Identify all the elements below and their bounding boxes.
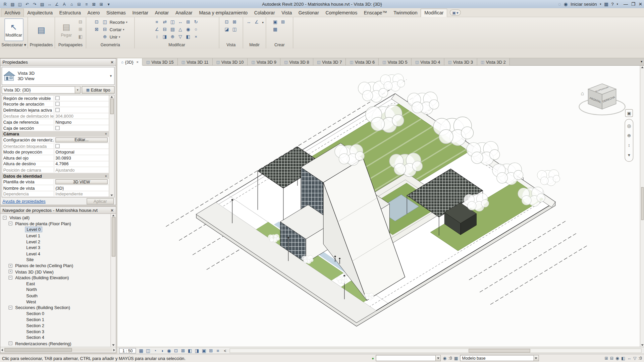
ribbon-tab[interactable]: Modificar <box>421 9 447 17</box>
thin-lines-icon[interactable]: ≡ <box>83 1 90 7</box>
viewport-hscrollbar[interactable] <box>229 348 641 353</box>
view-tab[interactable]: ◫ Vista 3D 2 × <box>477 58 510 65</box>
match-properties-icon[interactable]: ◧ <box>77 33 84 40</box>
tree-expander-icon[interactable]: − <box>9 342 12 345</box>
tree-item[interactable]: + Planos de techo (Ceiling Plan) <box>0 262 116 268</box>
scroll-thumb[interactable] <box>4 348 72 352</box>
ribbon-tab[interactable]: Estructura <box>56 9 84 17</box>
create-assembly-icon[interactable]: ▦ <box>272 26 279 33</box>
measure-dropdown-icon[interactable]: ▾ <box>262 21 264 24</box>
property-checkbox[interactable] <box>55 102 59 106</box>
select-by-face-icon[interactable]: ◧ <box>621 356 625 360</box>
selection-filter-icon[interactable]: ▽ <box>633 356 636 360</box>
print-icon[interactable]: ▤ <box>39 1 46 7</box>
property-value[interactable]: Independiente <box>54 191 109 196</box>
collapse-control-bar[interactable]: < <box>224 348 226 353</box>
displace-elements-icon[interactable]: ◪ <box>223 26 230 33</box>
undo-icon[interactable]: ↶ <box>24 1 31 7</box>
scroll-up-icon[interactable] <box>110 96 113 98</box>
ribbon-tab[interactable]: Analizar <box>172 9 196 17</box>
copy-to-clipboard-icon[interactable]: ⊞ <box>77 26 84 33</box>
text-icon[interactable]: A <box>61 1 68 7</box>
tree-item[interactable]: West <box>0 299 116 305</box>
scroll-down-icon[interactable] <box>112 344 114 346</box>
detail-level-icon[interactable]: ▦ <box>138 348 145 354</box>
view-instance-combo[interactable]: Vista 3D: {3D} ▾ <box>2 86 80 94</box>
tree-item[interactable]: Site <box>0 256 116 262</box>
ribbon-tab[interactable]: Colaborar <box>251 9 278 17</box>
delete-icon[interactable]: × <box>193 33 200 40</box>
scroll-thumb[interactable] <box>111 217 115 257</box>
viewcube-home-icon[interactable]: ⌂ <box>581 90 584 96</box>
navigation-bar[interactable]: ◎ ⊕ ↕ ▾ <box>625 119 633 162</box>
tree-expander-icon[interactable]: − <box>3 216 7 220</box>
property-value[interactable]: Ajustando <box>54 167 109 172</box>
tree-item[interactable]: − Planos de planta (Floor Plan) <box>0 221 116 227</box>
ribbon-state-toggle-icon[interactable]: ▾ <box>457 10 459 14</box>
copy-icon[interactable]: ⊞ <box>184 18 192 25</box>
sign-in-button[interactable]: Iniciar sesión <box>571 2 597 7</box>
property-value[interactable] <box>54 144 109 148</box>
maximize-button[interactable]: ❐ <box>631 1 635 7</box>
create-group-icon[interactable]: ▣ <box>272 18 279 25</box>
ribbon-tab[interactable]: Acero <box>84 9 103 17</box>
combo-arrow-icon[interactable]: ▾ <box>75 86 80 93</box>
property-checkbox[interactable] <box>55 126 59 130</box>
ribbon-tab[interactable]: Gestionar <box>295 9 322 17</box>
zoom-icon[interactable]: ↕ <box>628 143 630 148</box>
tree-item[interactable]: − Secciones (Building Section) <box>0 304 116 310</box>
user-icon[interactable]: ◉ <box>564 1 568 7</box>
view-tab[interactable]: ◫ Vista 3D 9 × <box>248 58 281 65</box>
tree-item[interactable]: Section 3 <box>0 328 116 335</box>
tree-item[interactable]: − Vistas (all) <box>0 215 116 221</box>
property-value[interactable]: Ninguno <box>54 120 109 125</box>
panel-label-medir[interactable]: Medir <box>243 42 266 48</box>
view-cube[interactable]: ⌂ SUPERIOR FRONTAL DERECHA <box>579 84 625 115</box>
scroll-left-icon[interactable] <box>1 349 3 351</box>
select-pinned-icon[interactable]: ◉ <box>615 356 619 360</box>
view-tab[interactable]: ◫ Vista 3D 10 × <box>213 58 248 65</box>
view-scale-button[interactable]: 1 : 50 <box>119 348 136 353</box>
properties-scrollbar[interactable] <box>109 95 114 197</box>
properties-header[interactable]: Propiedades ✕ <box>0 59 116 66</box>
tree-item[interactable]: Section 1 <box>0 316 116 322</box>
view-tab[interactable]: ◫ Vista 3D 8 × <box>280 58 313 65</box>
measure-icon[interactable]: ↔ <box>46 1 53 7</box>
property-checkbox[interactable] <box>55 96 59 100</box>
temporary-hide-icon[interactable]: ◧ <box>186 348 194 354</box>
scroll-thumb[interactable] <box>641 187 643 220</box>
displacement-sets-icon[interactable]: ⊞ <box>207 348 214 354</box>
type-selector-arrow-icon[interactable]: ▾ <box>108 74 114 78</box>
properties-help-link[interactable]: Ayuda de propiedades <box>2 199 45 204</box>
pan-icon[interactable]: ⊕ <box>627 133 631 138</box>
help-arrow-icon[interactable]: ▾ <box>616 2 618 6</box>
editing-requests-icon[interactable]: ◉ <box>443 356 447 360</box>
close-button[interactable]: ✕ <box>639 1 642 7</box>
array-icon[interactable]: ▤ <box>169 26 176 33</box>
property-value[interactable] <box>54 126 109 130</box>
property-value[interactable] <box>54 96 109 100</box>
browser-hscrollbar[interactable] <box>0 347 116 353</box>
panel-label-portapapeles[interactable]: Portapapeles <box>55 42 86 48</box>
property-checkbox[interactable] <box>55 108 59 112</box>
aligned-dimension-icon[interactable]: ∠ <box>53 1 60 7</box>
demolish-icon[interactable]: ▽ <box>177 33 184 40</box>
tree-expander-icon[interactable]: − <box>9 222 12 226</box>
move-icon[interactable]: ↔ <box>177 18 184 25</box>
browser-scrollbar[interactable] <box>110 214 116 347</box>
scroll-up-icon[interactable] <box>641 66 643 68</box>
section-icon[interactable]: ⊟ <box>75 1 83 7</box>
cut-icon[interactable]: ⊟ <box>77 18 84 25</box>
match-type-icon[interactable]: ◧ <box>184 33 192 40</box>
sign-in-arrow-icon[interactable]: ▾ <box>600 2 601 6</box>
extend-icon[interactable]: ↕ <box>153 33 160 40</box>
geometry-tool[interactable]: ⊟ Cortar ▾ <box>101 26 127 33</box>
view-tab[interactable]: ◫ Vista 3D 7 × <box>313 58 346 65</box>
steering-wheel-button[interactable]: ▣ <box>625 109 633 117</box>
tree-item[interactable]: North <box>0 287 116 293</box>
active-workset-combo[interactable] <box>376 355 441 361</box>
ribbon-tab[interactable]: Arquitectura <box>24 9 56 17</box>
view-tab[interactable]: ◫ Vista 3D 5 × <box>379 58 412 65</box>
selection-box-icon[interactable]: ⊠ <box>231 18 238 25</box>
ribbon-tab[interactable]: Twinmotion <box>390 9 421 17</box>
